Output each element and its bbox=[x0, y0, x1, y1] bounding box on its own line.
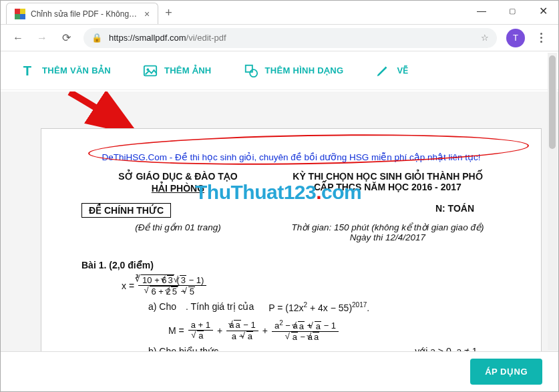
shape-icon bbox=[244, 63, 258, 78]
doc-eq-a2: a) Cho . Tính giá trị của P = (12x2 + 4x… bbox=[81, 301, 501, 313]
editor-canvas[interactable]: DeThiHSG.Com - Đề thi học sinh giỏi, chu… bbox=[1, 91, 558, 351]
new-tab-button[interactable]: + bbox=[158, 6, 179, 20]
window-controls: — ▢ ✕ bbox=[466, 1, 558, 21]
tab-close-icon[interactable]: × bbox=[144, 9, 150, 19]
tab-favicon bbox=[15, 9, 25, 19]
bookmark-star-icon[interactable]: ☆ bbox=[481, 33, 489, 43]
doc-official-row: ĐỀ CHÍNH THỨC N: TOÁN bbox=[81, 203, 501, 218]
annotation-ellipse bbox=[88, 131, 530, 168]
doc-pages: (Đề thi gồm 01 trang) bbox=[81, 222, 274, 242]
minimize-button[interactable]: — bbox=[466, 1, 497, 21]
doc-time: Thời gian: 150 phút (không kể thời gian … bbox=[274, 222, 501, 232]
image-icon bbox=[143, 63, 158, 78]
doc-header-row: SỞ GIÁO DỤC & ĐÀO TẠO HẢI PHÒNG KỲ THI C… bbox=[81, 171, 501, 194]
add-image-label: THÊM ẢNH bbox=[164, 65, 212, 75]
browser-menu-icon[interactable] bbox=[530, 27, 552, 49]
doc-exam-line1: KỲ THI CHỌN HỌC SINH GIỎI THÀNH PHỐ bbox=[274, 171, 501, 182]
add-text-label: THÊM VĂN BẢN bbox=[42, 65, 111, 75]
doc-exam-line2: CẤP THCS NĂM HỌC 2016 - 2017 bbox=[274, 182, 501, 192]
add-text-button[interactable]: T THÊM VĂN BẢN bbox=[21, 63, 111, 78]
reload-button[interactable]: ⟳ bbox=[55, 27, 77, 49]
doc-eq-m: M = a + 1a + aa − 1a − a + a2 − aa + a −… bbox=[81, 319, 501, 342]
add-shape-label: THÊM HÌNH DẠNG bbox=[265, 65, 344, 75]
forward-button[interactable]: → bbox=[31, 27, 53, 49]
add-shape-button[interactable]: THÊM HÌNH DẠNG bbox=[244, 63, 344, 78]
lock-icon: 🔒 bbox=[91, 33, 102, 43]
back-button[interactable]: ← bbox=[7, 27, 29, 49]
scrollbar-thumb[interactable] bbox=[549, 55, 556, 149]
doc-date: Ngày thi 12/4/2017 bbox=[274, 232, 501, 242]
doc-bai1: Bài 1. (2,0 điểm) bbox=[81, 260, 501, 270]
svg-text:T: T bbox=[23, 63, 32, 78]
doc-eq-a: x = 10 + 63 (3 − 1) 6 + 25 − 5 bbox=[81, 274, 501, 297]
bottom-bar: ÁP DỤNG bbox=[1, 351, 558, 391]
svg-point-4 bbox=[250, 69, 257, 77]
url-path: /vi/edit-pdf bbox=[186, 33, 226, 43]
close-window-button[interactable]: ✕ bbox=[528, 1, 558, 21]
doc-eq-b: b) Cho biểu thức với a > 0, a ≠ 1. bbox=[81, 346, 501, 351]
doc-subject: N: TOÁN bbox=[435, 203, 501, 218]
profile-avatar[interactable]: T bbox=[506, 29, 525, 47]
doc-department: SỞ GIÁO DỤC & ĐÀO TẠO bbox=[81, 171, 274, 182]
maximize-button[interactable]: ▢ bbox=[497, 1, 528, 21]
tab-title: Chỉnh sửa file PDF - Không ảnh h bbox=[31, 9, 138, 19]
pdf-page[interactable]: DeThiHSG.Com - Đề thi học sinh giỏi, chu… bbox=[41, 128, 542, 351]
add-image-button[interactable]: THÊM ẢNH bbox=[143, 63, 212, 78]
pencil-icon bbox=[375, 63, 390, 78]
draw-button[interactable]: VẼ bbox=[375, 63, 408, 78]
doc-official-box: ĐỀ CHÍNH THỨC bbox=[81, 203, 171, 218]
vertical-scrollbar[interactable] bbox=[548, 53, 557, 350]
text-icon: T bbox=[21, 63, 35, 78]
browser-tab[interactable]: Chỉnh sửa file PDF - Không ảnh h × bbox=[6, 3, 158, 24]
editor-toolbar: T THÊM VĂN BẢN THÊM ẢNH THÊM HÌNH DẠNG V… bbox=[1, 51, 558, 90]
apply-button[interactable]: ÁP DỤNG bbox=[470, 359, 542, 385]
doc-meta-row: (Đề thi gồm 01 trang) Thời gian: 150 phú… bbox=[81, 222, 501, 242]
url-host: https://smallpdf.com bbox=[109, 33, 186, 43]
draw-label: VẼ bbox=[397, 65, 408, 75]
url-input[interactable]: 🔒 https://smallpdf.com/vi/edit-pdf ☆ bbox=[83, 28, 497, 48]
browser-titlebar: Chỉnh sửa file PDF - Không ảnh h × + — ▢… bbox=[1, 1, 558, 25]
doc-city: HẢI PHÒNG bbox=[81, 183, 274, 194]
address-bar: ← → ⟳ 🔒 https://smallpdf.com/vi/edit-pdf… bbox=[1, 25, 558, 51]
